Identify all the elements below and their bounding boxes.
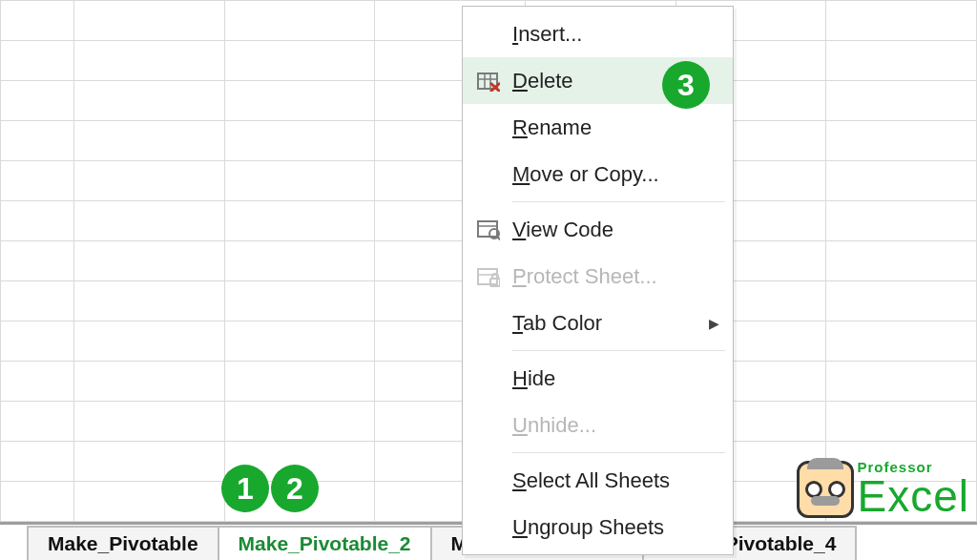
menu-item-insert[interactable]: Insert... — [463, 10, 733, 57]
annotation-badge-2: 2 — [271, 465, 319, 512]
professor-excel-logo: Professor Excel — [797, 460, 969, 518]
menu-separator — [512, 452, 725, 453]
menu-item-unhide: Unhide... — [463, 402, 733, 448]
menu-item-tab-color[interactable]: Tab Color▶ — [463, 300, 733, 346]
menu-item-label: Move or Copy... — [505, 162, 719, 187]
svg-rect-10 — [478, 269, 497, 284]
menu-separator — [512, 350, 725, 351]
menu-item-label: Protect Sheet... — [505, 264, 719, 289]
menu-item-label: Insert... — [505, 22, 719, 47]
submenu-arrow-icon: ▶ — [709, 316, 719, 331]
logo-big-text: Excel — [858, 474, 969, 518]
menu-item-move-or-copy[interactable]: Move or Copy... — [463, 151, 733, 197]
menu-item-label: Hide — [505, 366, 719, 391]
menu-item-label: Select All Sheets — [505, 468, 719, 493]
menu-item-label: Rename — [505, 115, 719, 140]
viewcode-icon — [472, 219, 505, 240]
svg-line-9 — [497, 237, 500, 240]
menu-item-hide[interactable]: Hide — [463, 355, 733, 402]
menu-item-view-code[interactable]: View Code — [463, 206, 733, 253]
menu-item-label: Ungroup Sheets — [505, 515, 719, 540]
professor-face-icon — [797, 461, 854, 518]
menu-item-protect-sheet: Protect Sheet... — [463, 253, 733, 300]
menu-item-label: View Code — [505, 218, 719, 242]
menu-item-label: Tab Color — [505, 311, 709, 336]
menu-item-ungroup-sheets[interactable]: Ungroup Sheets — [463, 504, 733, 550]
annotation-badge-1: 1 — [221, 465, 269, 512]
menu-item-select-all-sheets[interactable]: Select All Sheets — [463, 457, 733, 504]
menu-item-label: Unhide... — [505, 413, 719, 438]
delete-icon — [472, 71, 505, 92]
annotation-badge-3: 3 — [662, 61, 710, 109]
menu-separator — [512, 201, 725, 202]
sheet-tab-2[interactable]: Make_Pivotable_2 — [218, 526, 432, 560]
sheet-tab-1[interactable]: Make_Pivotable — [27, 526, 219, 560]
menu-item-rename[interactable]: Rename — [463, 104, 733, 151]
lock-icon — [472, 266, 505, 287]
